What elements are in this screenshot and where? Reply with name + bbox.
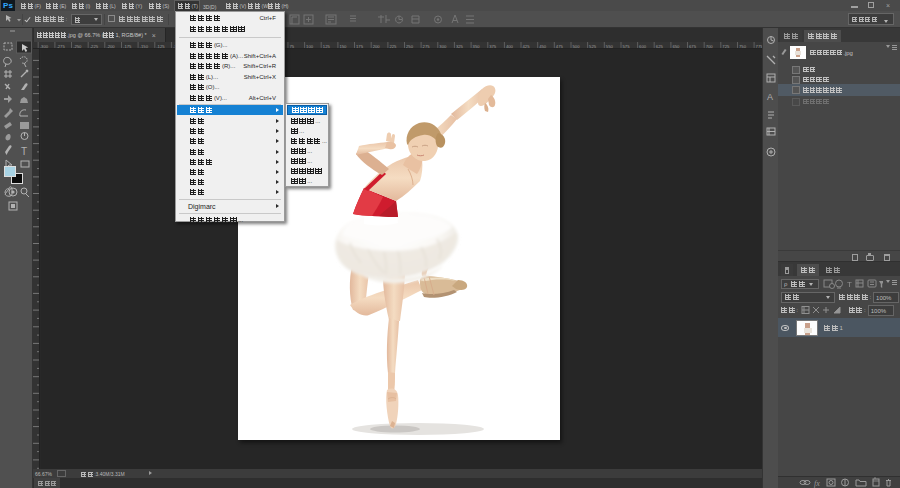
svg-text:fx: fx — [814, 479, 820, 488]
svg-text:500: 500 — [573, 44, 581, 49]
svg-text:-250: -250 — [73, 44, 82, 49]
svg-text:525: 525 — [589, 44, 597, 49]
svg-text:T: T — [847, 280, 852, 289]
svg-text:725: 725 — [722, 44, 730, 49]
svg-text:-300: -300 — [40, 44, 49, 49]
svg-text:125: 125 — [323, 44, 331, 49]
svg-text:450: 450 — [539, 44, 547, 49]
svg-text:600: 600 — [639, 44, 647, 49]
svg-text:T: T — [21, 146, 27, 157]
svg-text:350: 350 — [473, 44, 481, 49]
svg-text:-225: -225 — [90, 44, 99, 49]
svg-text:625: 625 — [656, 44, 664, 49]
svg-text:700: 700 — [706, 44, 714, 49]
svg-text:150: 150 — [339, 44, 347, 49]
svg-text:550: 550 — [606, 44, 614, 49]
svg-text:100: 100 — [306, 44, 314, 49]
svg-text:-200: -200 — [106, 44, 115, 49]
svg-text:-125: -125 — [156, 44, 165, 49]
svg-text:650: 650 — [672, 44, 680, 49]
svg-text:325: 325 — [456, 44, 464, 49]
svg-text:575: 575 — [623, 44, 631, 49]
svg-text:300: 300 — [439, 44, 447, 49]
svg-text:375: 375 — [489, 44, 497, 49]
svg-text:425: 425 — [523, 44, 531, 49]
svg-text:-175: -175 — [123, 44, 132, 49]
svg-text:-150: -150 — [140, 44, 149, 49]
svg-text:A: A — [767, 92, 773, 102]
svg-text:175: 175 — [356, 44, 364, 49]
svg-text:750: 750 — [739, 44, 747, 49]
svg-text:475: 475 — [556, 44, 564, 49]
svg-text:75: 75 — [289, 44, 294, 49]
svg-text:400: 400 — [506, 44, 514, 49]
svg-text:275: 275 — [423, 44, 431, 49]
svg-text:-275: -275 — [56, 44, 65, 49]
svg-text:675: 675 — [689, 44, 697, 49]
svg-text:225: 225 — [389, 44, 397, 49]
svg-text:250: 250 — [406, 44, 414, 49]
svg-text:200: 200 — [373, 44, 381, 49]
